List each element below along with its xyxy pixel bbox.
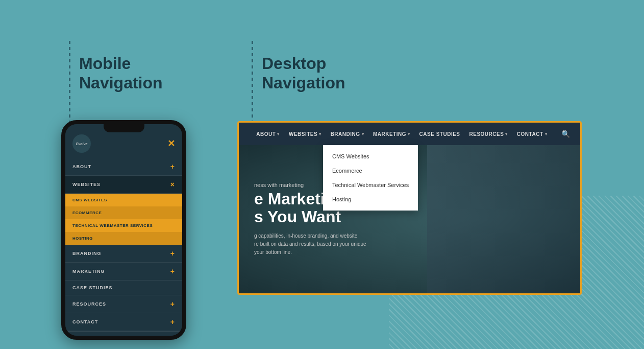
- desktop-navbar: ABOUT ▾ WEBSITES ▾ BRANDING ▾ MARKETING …: [239, 123, 580, 145]
- phone-sub-ecommerce[interactable]: ECOMMERCE: [65, 206, 182, 219]
- chevron-down-icon-3: ▾: [362, 132, 364, 136]
- dropdown-technical[interactable]: Technical Webmaster Services: [323, 178, 418, 192]
- desktop-nav-resources[interactable]: RESOURCES ▾: [469, 131, 508, 137]
- phone-search-bar: 🔍: [65, 331, 182, 340]
- phone-nav-marketing[interactable]: MARKETING +: [65, 263, 182, 281]
- chevron-down-icon: ▾: [277, 132, 280, 136]
- phone-nav-branding[interactable]: BRANDING +: [65, 245, 182, 263]
- plus-icon-2: +: [170, 249, 175, 258]
- phone-nav-about[interactable]: ABOUT +: [65, 158, 182, 176]
- chevron-down-icon-6: ▾: [545, 132, 548, 136]
- desktop-nav-branding[interactable]: BRANDING ▾: [331, 131, 364, 137]
- phone-sub-hosting[interactable]: HOSTING: [65, 232, 182, 245]
- dotted-line-mobile: [69, 41, 70, 123]
- desktop-nav-contact[interactable]: CONTACT ▾: [517, 131, 547, 137]
- dropdown-ecommerce[interactable]: Ecommerce: [323, 164, 418, 178]
- hero-body-text: g capabilities, in-house branding, and w…: [254, 232, 366, 257]
- desktop-nav-items: ABOUT ▾ WEBSITES ▾ BRANDING ▾ MARKETING …: [256, 130, 570, 138]
- phone-frame: Evolve ✕ ABOUT + WEBSITES × CMS WEBSITES…: [61, 120, 186, 340]
- phone-nav-resources[interactable]: RESOURCES +: [65, 295, 182, 313]
- plus-icon-5: +: [170, 318, 175, 326]
- phone-search-input[interactable]: [72, 337, 164, 340]
- phone-screen: Evolve ✕ ABOUT + WEBSITES × CMS WEBSITES…: [65, 124, 182, 336]
- phone-sub-technical[interactable]: TECHNICAL WEBMASTER SERVICES: [65, 219, 182, 232]
- desktop-nav-about[interactable]: ABOUT ▾: [256, 131, 280, 137]
- phone-nav-contact[interactable]: CONTACT +: [65, 313, 182, 331]
- plus-icon-3: +: [170, 267, 175, 275]
- close-icon: ×: [170, 180, 175, 189]
- mobile-phone-wrapper: Evolve ✕ ABOUT + WEBSITES × CMS WEBSITES…: [61, 120, 186, 340]
- mobile-nav-label: Mobile Navigation: [79, 54, 163, 93]
- phone-nav-case-studies[interactable]: CASE STUDIES: [65, 281, 182, 295]
- phone-logo: Evolve: [72, 134, 91, 153]
- websites-dropdown: CMS Websites Ecommerce Technical Webmast…: [323, 145, 418, 211]
- desktop-search-icon[interactable]: 🔍: [561, 130, 570, 138]
- desktop-browser: ABOUT ▾ WEBSITES ▾ BRANDING ▾ MARKETING …: [239, 123, 580, 293]
- phone-nav: ABOUT + WEBSITES × CMS WEBSITES ECOMMERC…: [65, 158, 182, 331]
- desktop-screenshot: ABOUT ▾ WEBSITES ▾ BRANDING ▾ MARKETING …: [237, 121, 582, 295]
- phone-close-button[interactable]: ✕: [167, 138, 175, 149]
- phone-nav-websites[interactable]: WEBSITES ×: [65, 176, 182, 194]
- desktop-nav-case-studies[interactable]: CASE STUDIES: [419, 131, 460, 137]
- dropdown-cms-websites[interactable]: CMS Websites: [323, 149, 418, 164]
- plus-icon: +: [170, 162, 175, 171]
- hero-image: [427, 145, 580, 293]
- dotted-line-desktop: [252, 41, 253, 123]
- phone-header: Evolve ✕: [65, 124, 182, 158]
- dropdown-hosting[interactable]: Hosting: [323, 192, 418, 206]
- phone-sub-cms[interactable]: CMS WEBSITES: [65, 194, 182, 206]
- desktop-nav-label: Desktop Navigation: [262, 54, 345, 93]
- chevron-down-icon-4: ▾: [408, 132, 410, 136]
- desktop-nav-websites[interactable]: WEBSITES ▾: [289, 131, 321, 137]
- chevron-down-icon-2: ▾: [319, 132, 321, 136]
- chevron-down-icon-5: ▾: [505, 132, 508, 136]
- desktop-nav-marketing[interactable]: MARKETING ▾: [373, 131, 410, 137]
- search-icon[interactable]: 🔍: [167, 337, 175, 340]
- plus-icon-4: +: [170, 300, 175, 308]
